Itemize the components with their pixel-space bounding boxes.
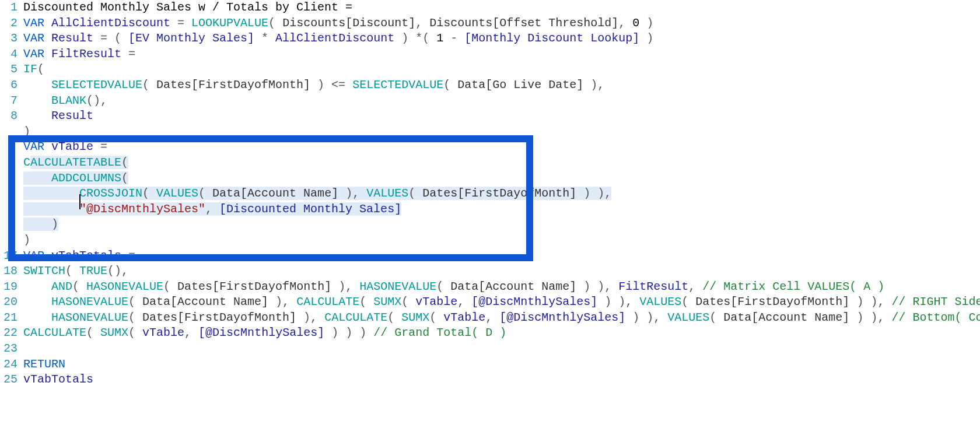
token-op: ( bbox=[128, 295, 142, 308]
code-line[interactable]: SWITCH( TRUE(), bbox=[23, 264, 980, 279]
code-line[interactable]: VAR AllClientDiscount = LOOKUPVALUE( Dis… bbox=[23, 16, 980, 31]
token-op: ( bbox=[37, 62, 44, 76]
token-fn: LCULATETABLE bbox=[37, 156, 121, 169]
token-meas: [@DiscMnthlySales] bbox=[499, 311, 625, 324]
line-number: 4 bbox=[0, 47, 20, 62]
token-fn: IF bbox=[23, 62, 37, 76]
token-op: (), bbox=[107, 264, 128, 278]
code-line[interactable]: VAR Result = ( [EV Monthly Sales] * AllC… bbox=[23, 31, 980, 47]
token-op bbox=[23, 280, 51, 293]
token-str: "@DiscMnthlySales" bbox=[79, 202, 205, 216]
code-line[interactable]: AND( HASONEVALUE( Dates[FirstDayofMonth]… bbox=[23, 279, 980, 295]
code-line[interactable]: ) bbox=[23, 124, 980, 140]
token-fn: C bbox=[23, 156, 30, 169]
token-op bbox=[23, 78, 51, 92]
token-fn: HASONEVALUE bbox=[51, 311, 128, 324]
code-line[interactable]: HASONEVALUE( Data[Account Name] ), CALCU… bbox=[23, 294, 980, 310]
code-area[interactable]: Discounted Monthly Sales w / Totals by C… bbox=[23, 0, 980, 388]
token-fn: VALUES bbox=[667, 311, 709, 324]
token-id: vTabTotals bbox=[51, 249, 121, 262]
code-editor[interactable]: 12345678171819202122232425 Discounted Mo… bbox=[0, 0, 968, 411]
code-line[interactable]: SELECTEDVALUE( Dates[FirstDayofMonth] ) … bbox=[23, 78, 980, 93]
line-number: 25 bbox=[0, 372, 20, 388]
token-op: ( bbox=[128, 311, 142, 324]
token-fn: SELECTEDVALUE bbox=[352, 78, 443, 92]
token-fn: CROSSJOIN bbox=[79, 187, 142, 200]
line-number: 22 bbox=[0, 325, 20, 341]
token-op: ( bbox=[436, 280, 450, 293]
token-aref: Dates[FirstDayofMonth] bbox=[422, 187, 576, 200]
line-number bbox=[0, 139, 20, 155]
token-op: , bbox=[485, 311, 499, 324]
line-number bbox=[0, 124, 20, 140]
token-id: vTabTotals bbox=[23, 373, 93, 386]
line-number bbox=[0, 155, 20, 171]
token-op: ) ), bbox=[849, 311, 891, 324]
token-id: vTable bbox=[415, 295, 457, 308]
code-line[interactable]: ) bbox=[23, 217, 980, 233]
code-line[interactable]: ) bbox=[23, 233, 980, 248]
token-op: ) <= bbox=[310, 78, 352, 92]
token-op: ( bbox=[72, 280, 86, 293]
code-line[interactable]: Result bbox=[23, 108, 980, 124]
line-number bbox=[0, 186, 20, 202]
token-op: = bbox=[121, 249, 135, 262]
token-aref: Data[Account Name] bbox=[723, 311, 849, 324]
code-line[interactable]: RETURN bbox=[23, 357, 980, 373]
token-meas: [EV Monthly Sales] bbox=[128, 31, 254, 45]
code-line[interactable]: VAR vTabTotals = bbox=[23, 248, 980, 264]
token-op: ) bbox=[639, 31, 653, 45]
code-line[interactable]: ADDCOLUMNS( bbox=[23, 171, 980, 187]
code-line[interactable]: Discounted Monthly Sales w / Totals by C… bbox=[23, 0, 980, 16]
token-op bbox=[23, 109, 51, 122]
code-line[interactable]: CROSSJOIN( VALUES( Data[Account Name] ),… bbox=[23, 186, 980, 202]
line-number: 17 bbox=[0, 248, 20, 264]
line-number: 2 bbox=[0, 16, 20, 31]
token-cmt: // Bottom( Column ) Totals( C ) bbox=[891, 311, 980, 324]
token-cmt: // Grand Total( D ) bbox=[373, 326, 506, 339]
token-op: = bbox=[170, 16, 191, 30]
token-op: = bbox=[121, 47, 135, 61]
token-aref: Data[Account Name] bbox=[450, 280, 576, 293]
token-op: ( bbox=[142, 187, 156, 200]
token-fn: A bbox=[30, 156, 37, 169]
text-cursor bbox=[79, 194, 80, 209]
code-line[interactable]: VAR vTable = bbox=[23, 139, 980, 155]
code-line[interactable]: CALCULATE( SUMX( vTable, [@DiscMnthlySal… bbox=[23, 325, 980, 341]
line-number bbox=[0, 233, 20, 248]
token-aref: Dates[FirstDayofMonth] bbox=[142, 311, 296, 324]
token-fn: ADDCOLUMNS bbox=[51, 171, 121, 185]
token-op: ) bbox=[23, 125, 30, 138]
line-number: 5 bbox=[0, 62, 20, 78]
code-line[interactable] bbox=[23, 341, 980, 357]
token-kw: VAR bbox=[23, 31, 51, 45]
token-op: ), bbox=[331, 280, 359, 293]
code-line[interactable]: vTabTotals bbox=[23, 372, 980, 388]
code-line[interactable]: CALCULATETABLE( bbox=[23, 155, 980, 171]
token-op: ) bbox=[51, 218, 58, 231]
token-kw: VAR bbox=[23, 249, 51, 262]
token-op: ( bbox=[359, 295, 373, 308]
token-op: ( bbox=[387, 311, 401, 324]
token-id: Result bbox=[51, 31, 93, 45]
token-aref: Dates[FirstDayofMonth] bbox=[177, 280, 331, 293]
token-op: , bbox=[457, 295, 471, 308]
token-id: Result bbox=[51, 109, 93, 122]
code-line[interactable]: BLANK(), bbox=[23, 93, 980, 109]
code-line[interactable]: HASONEVALUE( Dates[FirstDayofMonth] ), C… bbox=[23, 310, 980, 326]
code-line[interactable]: VAR FiltResult = bbox=[23, 47, 980, 62]
token-fn: BLANK bbox=[51, 94, 86, 107]
code-line[interactable]: "@DiscMnthlySales", [Discounted Monthly … bbox=[23, 202, 980, 218]
token-op: , bbox=[415, 16, 429, 30]
token-op: ( bbox=[86, 326, 100, 339]
token-op: ) bbox=[23, 233, 30, 247]
token-op: ( bbox=[268, 16, 282, 30]
token-op: ( bbox=[121, 156, 128, 169]
token-op: ( bbox=[142, 78, 156, 92]
token-op: ( bbox=[429, 311, 443, 324]
code-line[interactable]: IF( bbox=[23, 62, 980, 78]
token-kw: VAR bbox=[23, 16, 51, 30]
token-id: FiltResult bbox=[618, 280, 688, 293]
token-fn: CALCULATE bbox=[296, 295, 359, 308]
token-op: * bbox=[254, 31, 275, 45]
